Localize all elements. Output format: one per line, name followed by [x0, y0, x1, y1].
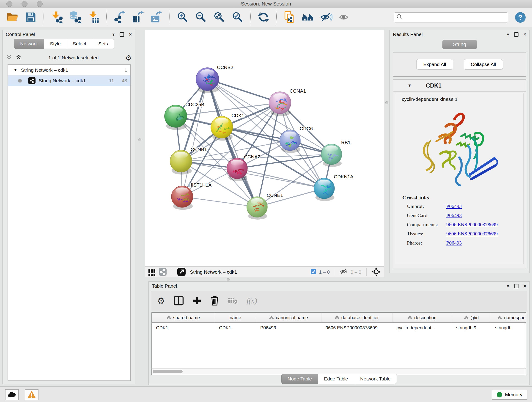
table-cell[interactable]: P06493: [256, 323, 322, 332]
memory-button[interactable]: Memory: [492, 390, 527, 400]
export-network-button[interactable]: [113, 10, 126, 25]
network-node-CCNB2[interactable]: CCNB2: [196, 65, 233, 93]
tab-network-table[interactable]: Network Table: [354, 374, 397, 384]
first-neighbors-button[interactable]: [301, 10, 315, 25]
tab-sets[interactable]: Sets: [92, 39, 114, 49]
panel-float-icon[interactable]: [514, 32, 519, 37]
splitter-handle-horizontal[interactable]: [227, 278, 230, 281]
panel-menu-icon[interactable]: ▾: [507, 32, 509, 37]
memory-label: Memory: [505, 392, 522, 397]
save-session-button[interactable]: [24, 10, 37, 25]
network-node-HIST1H1A[interactable]: HIST1H1A: [171, 182, 211, 210]
import-network-database-button[interactable]: [69, 10, 82, 25]
panel-float-icon[interactable]: [514, 284, 519, 288]
tab-node-table[interactable]: Node Table: [281, 374, 318, 384]
table-cell[interactable]: 9606.ENSP00000378699: [322, 323, 393, 332]
open-view-in-window-button[interactable]: [177, 268, 186, 277]
selected-checkbox-icon[interactable]: [310, 269, 317, 275]
section-expander-icon[interactable]: ▼: [408, 83, 412, 88]
grid-view-button[interactable]: [148, 268, 156, 276]
collapse-all-tree-icon[interactable]: [6, 54, 12, 61]
network-edge[interactable]: [207, 79, 257, 207]
network-edge[interactable]: [207, 79, 331, 154]
column-header-database-identifier[interactable]: database identifier: [322, 313, 393, 322]
network-node-CCNA1[interactable]: CCNA1: [269, 88, 306, 116]
create-column-button[interactable]: [192, 296, 202, 306]
show-all-button[interactable]: [338, 10, 351, 25]
column-type-icon: [269, 315, 273, 320]
column-label: description: [414, 315, 437, 320]
gene-section-header[interactable]: ▼ CDK1: [393, 80, 526, 92]
splitter-handle-left[interactable]: [138, 138, 141, 141]
expand-all-button[interactable]: Expand All: [416, 59, 453, 70]
delete-column-button[interactable]: [210, 296, 219, 306]
tab-string[interactable]: String: [443, 40, 477, 49]
hide-selected-button[interactable]: [320, 10, 333, 25]
column-header-shared-name[interactable]: shared name: [152, 313, 215, 322]
column-header-description[interactable]: description: [393, 313, 452, 322]
warnings-button[interactable]: [25, 389, 38, 400]
table-options-button[interactable]: ⚙: [157, 297, 165, 305]
function-builder-button[interactable]: f(x): [247, 297, 257, 305]
delete-table-button[interactable]: [228, 297, 238, 305]
network-canvas[interactable]: CCNB2CCNA1CDC25BCDK1CDC6RB1CCNB1CCNA2CDK…: [145, 30, 384, 266]
column-header-name[interactable]: name: [215, 313, 256, 322]
table-cell[interactable]: cyclin-dependent ...: [393, 323, 452, 332]
tab-style[interactable]: Style: [44, 39, 67, 49]
zoom-out-button[interactable]: [194, 10, 207, 25]
network-badge-button[interactable]: [158, 268, 167, 277]
network-row-selected[interactable]: String Network – cdk1 11 48: [8, 75, 130, 86]
birdseye-view-button[interactable]: [372, 267, 381, 277]
panel-float-icon[interactable]: [120, 32, 124, 37]
crosslink-link[interactable]: 9606.ENSP00000378699: [446, 222, 498, 228]
crosslink-link[interactable]: P06493: [446, 212, 462, 218]
crosslink-link[interactable]: P06493: [446, 240, 462, 246]
export-table-button[interactable]: [131, 10, 145, 25]
refresh-view-button[interactable]: [257, 10, 270, 25]
network-collection-row[interactable]: ▼ String Network – cdk1 1: [8, 65, 130, 75]
table-cell[interactable]: CDK1: [152, 323, 215, 332]
show-columns-button[interactable]: [174, 296, 184, 306]
table-row[interactable]: CDK1CDK1P064939606.ENSP00000378699cyclin…: [152, 323, 526, 332]
column-header-canonical-name[interactable]: canonical name: [256, 313, 322, 322]
network-edge[interactable]: [237, 168, 324, 188]
panel-close-icon[interactable]: ×: [524, 284, 526, 288]
column-type-icon: [464, 315, 468, 320]
network-node-RB1[interactable]: RB1: [321, 140, 351, 167]
network-node-CDKN1A[interactable]: CDKN1A: [314, 174, 353, 201]
column-header-@id[interactable]: @id: [452, 313, 491, 322]
table-cell[interactable]: stringdb:9...: [452, 323, 491, 332]
tab-network[interactable]: Network: [14, 39, 44, 49]
table-cell[interactable]: stringdb: [491, 323, 526, 332]
panel-close-icon[interactable]: ×: [524, 32, 526, 37]
tab-edge-table[interactable]: Edge Table: [318, 374, 354, 384]
tree-expander-icon[interactable]: ▼: [13, 68, 17, 72]
panel-menu-icon[interactable]: ▾: [112, 32, 114, 37]
help-button[interactable]: ?: [515, 12, 526, 23]
column-header-namespac[interactable]: namespac: [491, 313, 526, 322]
panel-menu-icon[interactable]: ▾: [507, 283, 509, 289]
clone-network-button[interactable]: [283, 10, 296, 25]
search-input[interactable]: [403, 15, 506, 20]
crosslink-link[interactable]: P06493: [446, 203, 462, 209]
zoom-in-button[interactable]: [176, 10, 189, 25]
zoom-selected-button[interactable]: [231, 10, 244, 25]
tab-select[interactable]: Select: [67, 39, 92, 49]
expand-all-tree-icon[interactable]: [15, 54, 22, 61]
open-session-button[interactable]: [6, 10, 19, 25]
network-tree: ▼ String Network – cdk1 1 String Network…: [7, 64, 131, 381]
hidden-eye-slash-icon[interactable]: [340, 268, 348, 276]
table-cell[interactable]: CDK1: [215, 323, 256, 332]
crosslink-link[interactable]: 9606.ENSP00000378699: [446, 231, 498, 237]
splitter-handle-right[interactable]: [385, 101, 388, 104]
panel-close-icon[interactable]: ×: [129, 32, 132, 37]
collapse-all-button[interactable]: Collapse All: [464, 59, 503, 70]
network-options-gear-icon[interactable]: ⚙: [125, 54, 132, 61]
cloud-button[interactable]: [5, 389, 19, 400]
network-edge[interactable]: [182, 197, 257, 207]
export-image-button[interactable]: [150, 10, 163, 25]
import-network-file-button[interactable]: [50, 10, 63, 25]
zoom-fit-button[interactable]: [212, 10, 226, 25]
network-node-CCNB1[interactable]: CCNB1: [170, 147, 207, 175]
import-table-file-button[interactable]: [87, 10, 100, 25]
